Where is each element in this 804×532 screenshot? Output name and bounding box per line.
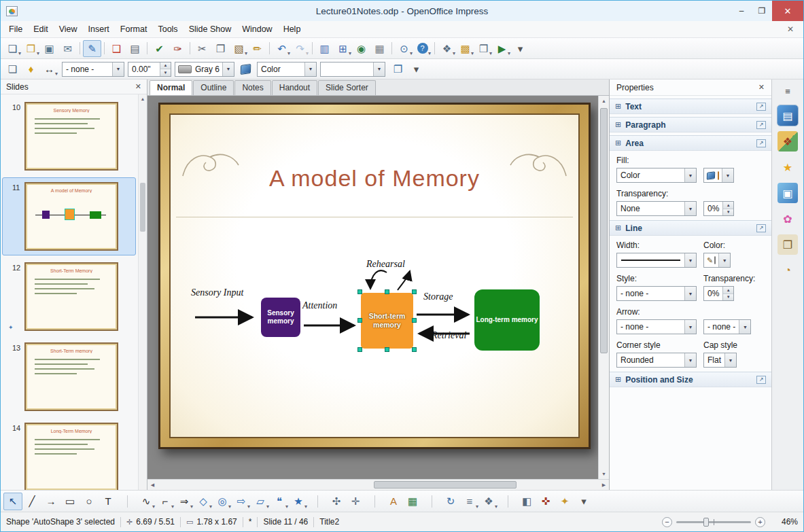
dialog-launcher-icon[interactable]: [756, 224, 766, 232]
dropdown-arrow-icon[interactable]: [684, 287, 696, 300]
dropdown-arrow-icon[interactable]: [724, 353, 736, 367]
slide-thumbnail-image[interactable]: A model of Memory: [24, 182, 118, 251]
dropdown-arrow-icon[interactable]: [304, 63, 316, 76]
spin-down-icon[interactable]: [160, 69, 171, 76]
slide-thumbnail-14[interactable]: 14 Long-Term Memory: [2, 418, 136, 490]
dropdown-arrow-icon[interactable]: [684, 202, 696, 215]
sidebar-master-pages-icon[interactable]: ❐: [777, 234, 798, 255]
arrow-end-select[interactable]: - none -: [703, 319, 751, 334]
close-icon[interactable]: [758, 83, 765, 92]
area-transparency-spinner[interactable]: 0%: [703, 201, 734, 216]
fill-type-select[interactable]: Color: [257, 62, 317, 77]
arrow-begin-select[interactable]: - none -: [616, 319, 697, 334]
spinner-buttons[interactable]: [722, 202, 733, 215]
fill-bucket-icon[interactable]: [241, 64, 251, 75]
stars-icon[interactable]: ★: [289, 493, 308, 510]
zoom-slider[interactable]: [676, 521, 751, 523]
styles-window-icon[interactable]: ❏: [3, 60, 22, 77]
extrusion-icon[interactable]: ◧: [517, 493, 536, 510]
menu-item[interactable]: Window: [237, 22, 277, 37]
slide-page-inner[interactable]: A model of Memory: [169, 113, 580, 438]
edit-file-icon[interactable]: ✎: [83, 40, 101, 57]
interaction-icon[interactable]: ✜: [536, 493, 555, 510]
expand-icon[interactable]: [615, 102, 621, 111]
menu-item[interactable]: Slide Show: [183, 22, 237, 37]
slide-thumbnail-13[interactable]: 13 Short-Term memory: [2, 338, 136, 416]
spelling-icon[interactable]: ✔: [150, 40, 169, 57]
menu-item[interactable]: View: [54, 22, 83, 37]
close-button[interactable]: ✕: [772, 1, 803, 21]
curve-icon[interactable]: ∿: [137, 493, 156, 510]
chart-icon[interactable]: ▥: [315, 40, 334, 57]
tab-outline[interactable]: Outline: [193, 80, 234, 95]
slide-canvas-page[interactable]: A model of Memory: [158, 103, 591, 449]
scroll-up-icon[interactable]: [599, 96, 609, 106]
spinner-buttons[interactable]: [722, 287, 733, 300]
long-term-memory-box[interactable]: Long-term memory: [474, 289, 540, 351]
email-icon[interactable]: ✉: [58, 40, 77, 57]
edit-points-icon[interactable]: ✣: [327, 493, 346, 510]
menu-item[interactable]: Tools: [152, 22, 183, 37]
slide-thumbnail-image[interactable]: Sensory Memory: [24, 102, 118, 171]
slide-thumbnail-11[interactable]: 11 A model of Memory: [2, 177, 136, 255]
dialog-launcher-icon[interactable]: [756, 103, 766, 111]
slides-scrollbar[interactable]: [138, 94, 147, 490]
zoom-slider-thumb[interactable]: [703, 518, 709, 527]
corner-style-select[interactable]: Rounded: [616, 353, 697, 368]
slide-title[interactable]: A model of Memory: [171, 165, 578, 192]
section-header-paragraph[interactable]: Paragraph: [610, 117, 771, 132]
flowchart-icon[interactable]: ▱: [251, 493, 270, 510]
display-mode-icon[interactable]: ❐: [474, 40, 493, 57]
block-arrows-icon[interactable]: ⇨: [232, 493, 251, 510]
vertical-scrollbar[interactable]: [598, 96, 609, 479]
sidebar-styles-icon[interactable]: ★: [777, 157, 798, 177]
scroll-down-icon[interactable]: [599, 469, 609, 479]
zoom-icon[interactable]: ⊙: [395, 40, 413, 57]
area-transparency-type-select[interactable]: None: [616, 201, 697, 216]
open-icon[interactable]: ❒: [22, 40, 40, 57]
minimize-button[interactable]: –: [731, 1, 752, 21]
clone-formatting-icon[interactable]: ✏: [248, 40, 266, 57]
expand-icon[interactable]: [615, 224, 621, 232]
symbol-shapes-icon[interactable]: ◎: [213, 493, 232, 510]
sensory-memory-box[interactable]: Sensory memory: [261, 298, 300, 337]
slide-thumbnail-image[interactable]: Long-Term Memory: [24, 423, 118, 490]
line-transparency-spinner[interactable]: 0%: [703, 286, 734, 301]
spinner-buttons[interactable]: [160, 63, 171, 76]
label-retrieval[interactable]: Retrieval: [432, 330, 466, 341]
tab-handout[interactable]: Handout: [272, 80, 317, 95]
menu-item[interactable]: File: [3, 22, 28, 37]
tab-normal[interactable]: Normal: [150, 80, 192, 95]
toolbar-options-icon[interactable]: ▾: [574, 493, 593, 510]
line-width-spinner[interactable]: 0.00": [128, 62, 171, 77]
copy-icon[interactable]: ❐: [211, 40, 230, 57]
workspace[interactable]: A model of Memory: [147, 96, 598, 479]
basic-shapes-icon[interactable]: ◇: [194, 493, 213, 510]
spin-down-icon[interactable]: [723, 209, 733, 216]
callouts-icon[interactable]: ❝: [270, 493, 289, 510]
menu-item[interactable]: Insert: [83, 22, 115, 37]
export-pdf-icon[interactable]: ❑: [107, 40, 126, 57]
presentation-icon[interactable]: ▶: [493, 40, 511, 57]
dropdown-arrow-icon[interactable]: [718, 253, 730, 267]
navigator-icon[interactable]: ❖: [438, 40, 456, 57]
menu-item[interactable]: Help: [278, 22, 307, 37]
section-header-line[interactable]: Line: [610, 220, 771, 236]
section-header-position-size[interactable]: Position and Size: [610, 372, 771, 387]
dropdown-arrow-icon[interactable]: [222, 63, 234, 76]
spin-up-icon[interactable]: [723, 202, 733, 209]
slide-info[interactable]: Slide 11 / 46: [263, 517, 308, 527]
glue-points-icon[interactable]: ✛: [346, 493, 365, 510]
align-icon[interactable]: ≡: [460, 493, 479, 510]
selection-handle[interactable]: [412, 318, 417, 323]
layout-name[interactable]: Title2: [319, 517, 339, 527]
close-document-icon[interactable]: [780, 24, 801, 34]
selection-handle[interactable]: [412, 289, 417, 294]
dropdown-arrow-icon[interactable]: [684, 320, 696, 334]
slide-thumbnail-image[interactable]: Short-Term memory: [24, 342, 118, 411]
selection-handle[interactable]: [357, 318, 362, 323]
cap-style-select[interactable]: Flat: [703, 353, 737, 368]
tab-slide-sorter[interactable]: Slide Sorter: [318, 80, 376, 95]
line-width-select[interactable]: [616, 253, 697, 268]
gallery-icon[interactable]: ▩: [456, 40, 474, 57]
